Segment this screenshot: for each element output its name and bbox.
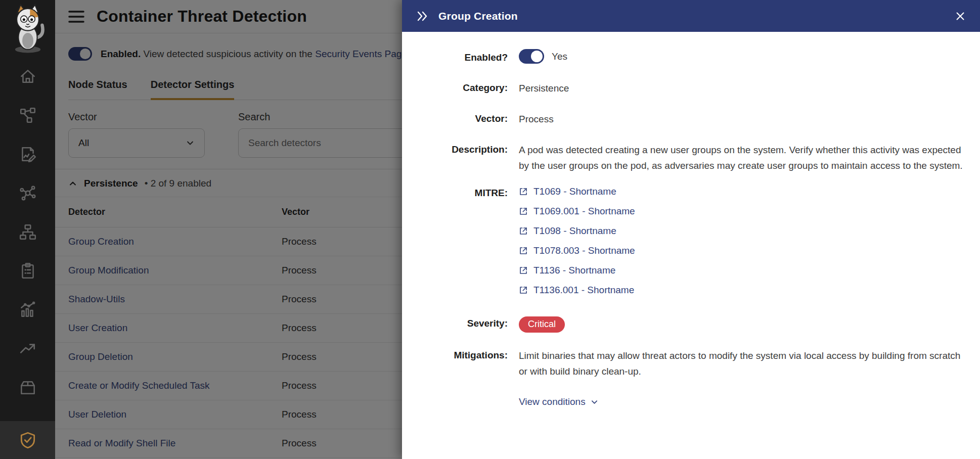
clipboard-icon bbox=[19, 262, 37, 280]
field-vector: Vector: Process bbox=[419, 111, 965, 127]
external-link-icon bbox=[519, 286, 528, 295]
mitre-label: MITRE: bbox=[419, 186, 508, 201]
external-link-icon bbox=[519, 266, 528, 275]
home-icon bbox=[19, 67, 37, 85]
panel-title: Group Creation bbox=[438, 10, 955, 22]
vector-value: Process bbox=[519, 111, 554, 127]
enabled-value: Yes bbox=[552, 49, 567, 64]
sidebar-item-integrations[interactable] bbox=[0, 173, 55, 212]
integrations-icon bbox=[19, 184, 37, 202]
sidebar-item-network-graph[interactable] bbox=[0, 96, 55, 134]
view-conditions-link[interactable]: View conditions bbox=[519, 396, 965, 407]
chevron-down-icon bbox=[590, 398, 599, 406]
panel-enabled-toggle[interactable] bbox=[519, 49, 544, 64]
panel-header: Group Creation bbox=[402, 0, 980, 32]
mitigations-label: Mitigations: bbox=[419, 348, 508, 363]
enabled-label: Enabled? bbox=[419, 50, 508, 65]
trend-up-icon bbox=[19, 340, 37, 358]
close-icon[interactable] bbox=[955, 11, 966, 22]
app-logo[interactable] bbox=[10, 3, 46, 50]
external-link-icon bbox=[519, 187, 528, 196]
field-severity: Severity: Critical bbox=[419, 316, 965, 333]
field-mitre: MITRE: T1069 - Shortname T1069.001 - Sho… bbox=[419, 186, 965, 304]
sidebar bbox=[0, 0, 55, 459]
sitemap-icon bbox=[19, 223, 37, 241]
description-value: A pod was detected creating a new user g… bbox=[519, 142, 965, 173]
sidebar-item-report-edit[interactable] bbox=[0, 134, 55, 173]
sidebar-item-risk[interactable] bbox=[0, 329, 55, 368]
chart-stats-icon bbox=[19, 301, 37, 319]
severity-label: Severity: bbox=[419, 316, 508, 331]
sidebar-bottom bbox=[0, 421, 55, 459]
external-link-icon bbox=[519, 246, 528, 255]
app-window: Container Threat Detection Enabled. View… bbox=[0, 0, 980, 459]
description-label: Description: bbox=[419, 142, 508, 157]
network-graph-icon bbox=[19, 106, 37, 124]
external-link-icon bbox=[519, 207, 528, 216]
package-icon bbox=[19, 379, 37, 397]
field-enabled: Enabled? Yes bbox=[419, 50, 965, 65]
mitre-link[interactable]: T1136 - Shortname bbox=[519, 264, 635, 277]
category-label: Category: bbox=[419, 80, 508, 96]
sidebar-item-analytics[interactable] bbox=[0, 290, 55, 329]
sidebar-item-sitemap[interactable] bbox=[0, 212, 55, 251]
field-category: Category: Persistence bbox=[419, 80, 965, 96]
mitre-link[interactable]: T1069 - Shortname bbox=[519, 186, 635, 198]
vector-label: Vector: bbox=[419, 111, 508, 126]
mitre-link[interactable]: T1078.003 - Shortname bbox=[519, 245, 635, 257]
mitre-links: T1069 - Shortname T1069.001 - Shortname … bbox=[519, 186, 635, 304]
external-link-icon bbox=[519, 226, 528, 236]
panel-body: Enabled? Yes Category: Persistence Vecto… bbox=[402, 32, 980, 407]
mitre-link[interactable]: T1069.001 - Shortname bbox=[519, 205, 635, 217]
detail-panel: Group Creation Enabled? Yes Category: Pe… bbox=[402, 0, 980, 459]
sidebar-item-home[interactable] bbox=[0, 57, 55, 96]
sidebar-item-compliance[interactable] bbox=[0, 251, 55, 290]
report-edit-icon bbox=[19, 145, 37, 163]
sidebar-nav bbox=[0, 57, 55, 407]
shield-check-icon bbox=[19, 431, 37, 449]
mitre-link[interactable]: T1136.001 - Shortname bbox=[519, 284, 635, 296]
severity-badge: Critical bbox=[519, 316, 565, 333]
field-description: Description: A pod was detected creating… bbox=[419, 142, 965, 173]
sidebar-item-vulnerabilities[interactable] bbox=[0, 368, 55, 407]
mitre-link[interactable]: T1098 - Shortname bbox=[519, 225, 635, 237]
double-chevron-right-icon[interactable] bbox=[416, 10, 428, 22]
mitigations-value: Limit binaries that may allow threat act… bbox=[519, 348, 965, 379]
field-mitigations: Mitigations: Limit binaries that may all… bbox=[419, 348, 965, 379]
cat-mascot-icon bbox=[10, 3, 46, 54]
category-value: Persistence bbox=[519, 80, 569, 96]
sidebar-item-threat-detection[interactable] bbox=[0, 421, 55, 459]
